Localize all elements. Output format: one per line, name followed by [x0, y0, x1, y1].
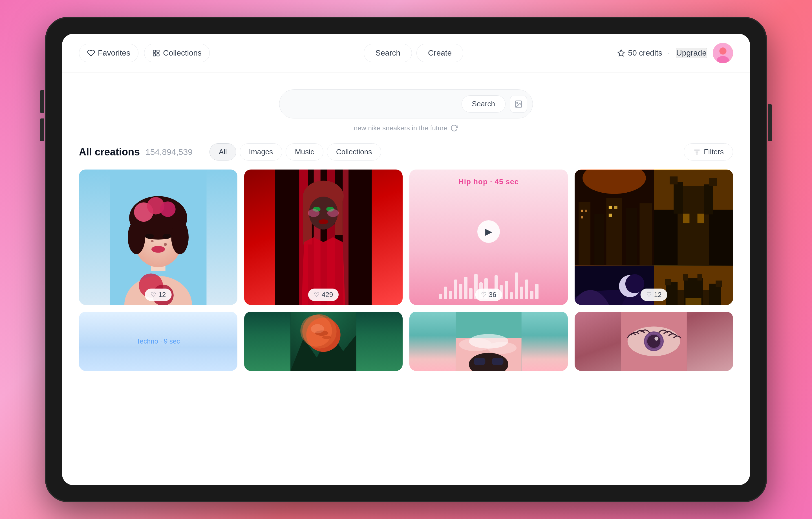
like-badge-fantasy: ♡ 12 — [641, 289, 667, 301]
like-count-3: 36 — [489, 291, 496, 299]
upgrade-label: Upgrade — [676, 49, 706, 57]
fantasy-city-2 — [654, 169, 733, 266]
svg-marker-4 — [618, 50, 625, 56]
like-count-2: 429 — [322, 291, 333, 299]
tab-music[interactable]: Music — [286, 143, 323, 161]
search-hint: new nike sneakers in the future — [354, 124, 458, 132]
svg-point-9 — [517, 102, 518, 103]
svg-rect-87 — [698, 274, 702, 280]
separator: · — [668, 49, 670, 58]
svg-rect-68 — [698, 214, 704, 223]
svg-rect-48 — [594, 214, 604, 266]
svg-point-18 — [128, 220, 145, 254]
svg-rect-81 — [666, 282, 677, 305]
play-button[interactable]: ▶ — [477, 220, 500, 243]
svg-rect-51 — [639, 203, 652, 265]
tab-collections[interactable]: Collections — [327, 143, 381, 161]
svg-rect-52 — [581, 210, 583, 212]
search-input[interactable] — [291, 100, 457, 109]
grid-item-red-woman[interactable]: ♡ 429 — [244, 169, 403, 305]
credits-display: 50 credits — [617, 49, 662, 58]
search-submit-button[interactable]: Search — [462, 95, 505, 113]
collections-button[interactable]: Collections — [144, 44, 210, 62]
upgrade-button[interactable]: Upgrade — [676, 48, 707, 58]
svg-rect-54 — [581, 216, 583, 218]
svg-rect-57 — [609, 214, 612, 217]
image-search-icon — [514, 100, 523, 108]
like-badge-red-woman: ♡ 429 — [308, 289, 339, 301]
like-count-1: 12 — [158, 291, 166, 299]
svg-point-99 — [311, 324, 324, 333]
svg-point-42 — [308, 209, 319, 217]
main-content: All creations 154,894,539 All Images Mus… — [62, 143, 750, 485]
svg-rect-88 — [686, 298, 701, 305]
credits-label: 50 credits — [628, 49, 662, 58]
svg-point-43 — [327, 209, 339, 217]
fantasy-city-4 — [654, 266, 733, 305]
svg-rect-67 — [683, 214, 689, 223]
svg-rect-47 — [579, 202, 590, 265]
svg-point-98 — [322, 336, 331, 339]
svg-rect-119 — [621, 312, 687, 371]
search-bar: Search — [279, 89, 533, 118]
svg-point-44 — [319, 219, 328, 224]
svg-point-24 — [163, 234, 171, 239]
grid-item-techno[interactable]: Techno · 9 sec — [79, 312, 237, 371]
create-button[interactable]: Create — [416, 44, 463, 62]
svg-rect-62 — [673, 182, 683, 214]
svg-point-74 — [625, 274, 644, 293]
svg-point-19 — [171, 220, 188, 254]
svg-rect-50 — [626, 208, 637, 265]
avatar[interactable] — [713, 43, 733, 63]
tab-images[interactable]: Images — [240, 143, 282, 161]
svg-rect-1 — [157, 50, 159, 52]
svg-point-27 — [151, 240, 154, 242]
svg-rect-55 — [609, 206, 612, 209]
favorites-button[interactable]: Favorites — [79, 44, 139, 62]
credits-icon — [617, 49, 625, 57]
svg-rect-0 — [153, 50, 156, 52]
collections-icon — [152, 49, 160, 57]
svg-rect-85 — [716, 281, 722, 287]
filters-button[interactable]: Filters — [684, 143, 733, 161]
fantasy-city-1 — [575, 169, 654, 266]
creations-grid: ♡ 12 — [79, 169, 733, 371]
techno-label: Techno · 9 sec — [137, 337, 180, 345]
svg-rect-65 — [709, 178, 717, 186]
search-nav-button[interactable]: Search — [364, 44, 412, 62]
nav-bar: Favorites Collections Search — [62, 34, 750, 73]
svg-rect-63 — [704, 185, 713, 215]
search-hint-text: new nike sneakers in the future — [354, 124, 447, 132]
grid-item-planet[interactable] — [244, 312, 403, 371]
grid-item-fantasy-cities[interactable]: ♡ 12 — [575, 169, 733, 305]
grid-item-hiphop[interactable]: Hip hop · 45 sec ▶ ♡ 36 — [409, 169, 568, 305]
image-search-button[interactable] — [510, 95, 527, 113]
svg-rect-111 — [492, 358, 503, 365]
like-badge-hiphop: ♡ 36 — [475, 289, 502, 301]
search-nav-label: Search — [375, 49, 400, 57]
grid-item-woman-glasses[interactable] — [409, 312, 568, 371]
svg-rect-3 — [157, 54, 159, 56]
hiphop-label: Hip hop · 45 sec — [459, 177, 519, 186]
tab-all[interactable]: All — [209, 143, 236, 161]
grid-item-eye-closeup[interactable] — [575, 312, 733, 371]
svg-rect-84 — [665, 279, 671, 285]
svg-point-104 — [469, 334, 509, 348]
heart-icon-1: ♡ — [150, 291, 156, 298]
creations-count: 154,894,539 — [145, 147, 193, 157]
grid-item-asian-woman[interactable]: ♡ 12 — [79, 169, 237, 305]
svg-point-22 — [160, 201, 176, 217]
search-submit-label: Search — [472, 100, 495, 108]
svg-rect-82 — [709, 284, 721, 305]
creations-header: All creations 154,894,539 All Images Mus… — [79, 143, 733, 161]
favorites-label: Favorites — [98, 49, 130, 58]
svg-rect-110 — [474, 358, 486, 365]
filters-label: Filters — [704, 147, 724, 156]
refresh-icon — [450, 124, 458, 132]
svg-point-23 — [145, 234, 154, 239]
like-count-4: 12 — [654, 291, 662, 299]
svg-rect-2 — [153, 54, 156, 56]
svg-point-25 — [151, 246, 165, 253]
heart-icon — [87, 49, 95, 57]
search-area: Search new nike sneakers in the future — [62, 73, 750, 143]
